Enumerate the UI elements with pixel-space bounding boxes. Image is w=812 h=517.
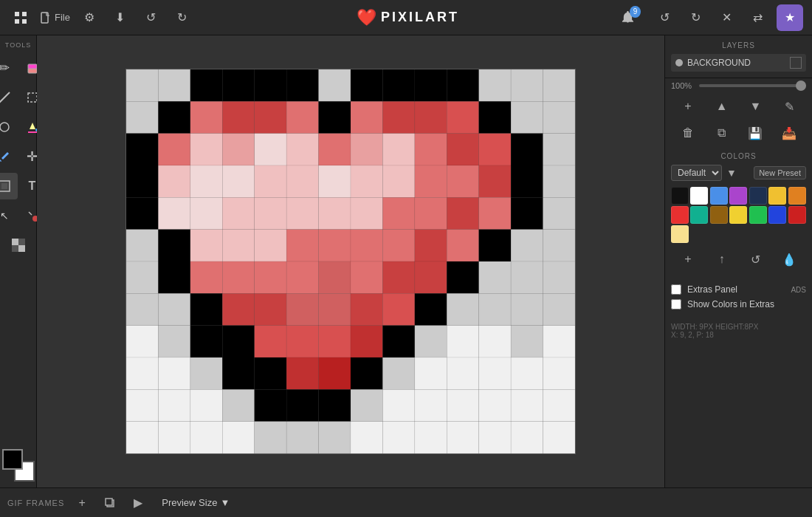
new-preset-btn[interactable]: New Preset [754, 166, 806, 179]
main-area: TOOLS ✏ ✛ [0, 35, 812, 487]
extras-panel-checkbox[interactable] [671, 284, 681, 295]
canvas-info: WIDTH: 9PX HEIGHT:8PXX: 9, 2, P: 18 [665, 320, 812, 342]
color-swatch[interactable] [788, 187, 806, 205]
undo-btn[interactable]: ↺ [140, 6, 163, 30]
notifications-btn[interactable]: 9 [622, 6, 645, 30]
color-swatch[interactable] [729, 206, 747, 224]
layer-visibility-dot[interactable] [675, 59, 683, 66]
show-colors-label[interactable]: Show Colors in Extras [687, 299, 774, 309]
import-layer-btn[interactable]: 📥 [779, 123, 799, 143]
stamp-tool[interactable] [0, 173, 18, 199]
ads-badge: ADS [791, 286, 806, 294]
topbar: File ⚙ ⬇ ↺ ↻ ❤️ PIXILART 9 ↺ ↻ ✕ ⇄ ★ [0, 0, 812, 35]
color-swatch[interactable] [768, 187, 786, 205]
undo2-btn[interactable]: ↺ [653, 6, 676, 30]
color-swatch-stack[interactable] [2, 449, 35, 482]
layer-thumbnail [790, 57, 802, 69]
svg-rect-0 [15, 12, 19, 16]
svg-rect-12 [1, 183, 7, 189]
svg-rect-6 [28, 64, 37, 69]
redo-btn[interactable]: ↻ [171, 6, 194, 30]
layers-section: LAYERS BACKGROUND [665, 35, 812, 78]
colors-actions: + ↑ ↺ 💧 [671, 246, 806, 273]
eyedropper-tool[interactable] [0, 143, 18, 170]
download-btn[interactable]: ⬇ [109, 6, 132, 30]
color-swatch[interactable] [749, 206, 767, 224]
svg-rect-14 [12, 239, 18, 245]
opacity-thumb[interactable] [796, 81, 806, 91]
preset-select[interactable]: Default [671, 165, 722, 181]
svg-rect-4 [41, 13, 48, 23]
right-panel: LAYERS BACKGROUND 100% + ▲ ▼ ✎ 🗑 ⧉ 💾 [664, 35, 812, 487]
preview-size-btn[interactable]: Preview Size ▼ [156, 494, 235, 511]
color-swatch[interactable] [749, 187, 767, 205]
undo-color-btn[interactable]: ↺ [745, 249, 765, 270]
svg-rect-16 [18, 239, 25, 245]
share-btn[interactable]: ⇄ [746, 6, 769, 30]
gif-frames-label: GIF FRAMES [7, 499, 64, 507]
line-tool[interactable] [0, 84, 18, 111]
app-icon-btn[interactable] [9, 6, 32, 30]
svg-rect-17 [12, 245, 18, 252]
bottombar: GIF FRAMES + ▶ Preview Size ▼ [0, 487, 812, 517]
circle-tool[interactable] [0, 114, 18, 140]
svg-rect-15 [18, 245, 25, 252]
colors-title: COLORS [671, 152, 806, 160]
settings-btn[interactable]: ⚙ [78, 6, 101, 30]
duplicate-layer-btn[interactable]: ⧉ [712, 123, 732, 143]
add-layer-btn[interactable]: + [678, 96, 698, 117]
color-swatch[interactable] [671, 225, 689, 243]
extras-panel-row: Extras Panel ADS [671, 284, 806, 295]
file-menu[interactable]: File [40, 12, 70, 24]
redo2-btn[interactable]: ↻ [684, 6, 707, 30]
opacity-slider-row: 100% [665, 78, 812, 93]
svg-rect-1 [22, 12, 27, 16]
canvas-area[interactable] [37, 35, 664, 487]
fullscreen-btn[interactable]: ✕ [715, 6, 738, 30]
checkerboard-tool[interactable] [5, 232, 32, 258]
svg-rect-19 [106, 499, 112, 505]
export-colors-btn[interactable]: ↑ [712, 249, 732, 270]
colors-header: Default ▼ New Preset [671, 165, 806, 181]
pencil-tool[interactable]: ✏ [0, 55, 18, 81]
pixel-canvas[interactable] [125, 69, 576, 454]
logo-heart: ❤️ [357, 8, 376, 27]
cursor-tool[interactable]: ↖ [0, 202, 18, 229]
move-down-btn[interactable]: ▼ [745, 96, 765, 117]
svg-rect-8 [28, 93, 37, 102]
add-color-btn[interactable]: + [678, 249, 698, 270]
layer-item-background[interactable]: BACKGROUND [671, 54, 806, 72]
color-swatch[interactable] [690, 187, 708, 205]
add-frame-btn[interactable]: + [72, 493, 92, 513]
show-colors-checkbox[interactable] [671, 299, 681, 309]
layer-actions-2: 🗑 ⧉ 💾 📥 [665, 120, 812, 146]
delete-layer-btn[interactable]: 🗑 [678, 123, 698, 143]
layer-actions-1: + ▲ ▼ ✎ [665, 93, 812, 120]
preview-size-label: Preview Size [162, 497, 217, 508]
notification-badge: 9 [630, 6, 641, 18]
color-swatch[interactable] [710, 206, 728, 224]
play-btn[interactable]: ▶ [128, 493, 148, 513]
logo-text: PIXILART [381, 10, 459, 25]
dropper-color-btn[interactable]: 💧 [779, 249, 799, 270]
color-swatch[interactable] [710, 187, 728, 205]
copy-frame-btn[interactable] [100, 493, 120, 513]
color-swatch[interactable] [671, 206, 689, 224]
color-swatch[interactable] [671, 187, 689, 205]
opacity-label: 100% [671, 81, 695, 90]
color-swatch[interactable] [729, 187, 747, 205]
move-up-btn[interactable]: ▲ [712, 96, 732, 117]
color-swatch[interactable] [690, 206, 708, 224]
edit-layer-btn[interactable]: ✎ [779, 96, 799, 117]
star-btn[interactable]: ★ [777, 4, 803, 31]
opacity-track[interactable] [699, 84, 806, 87]
color-swatch[interactable] [788, 206, 806, 224]
svg-rect-2 [15, 19, 19, 24]
svg-line-7 [0, 92, 10, 103]
extras-panel-label[interactable]: Extras Panel [687, 284, 737, 295]
svg-point-9 [0, 123, 9, 131]
color-swatch[interactable] [768, 206, 786, 224]
fg-color-swatch[interactable] [2, 449, 23, 470]
preset-arrow: ▼ [726, 167, 737, 179]
save-layer-btn[interactable]: 💾 [745, 123, 765, 143]
